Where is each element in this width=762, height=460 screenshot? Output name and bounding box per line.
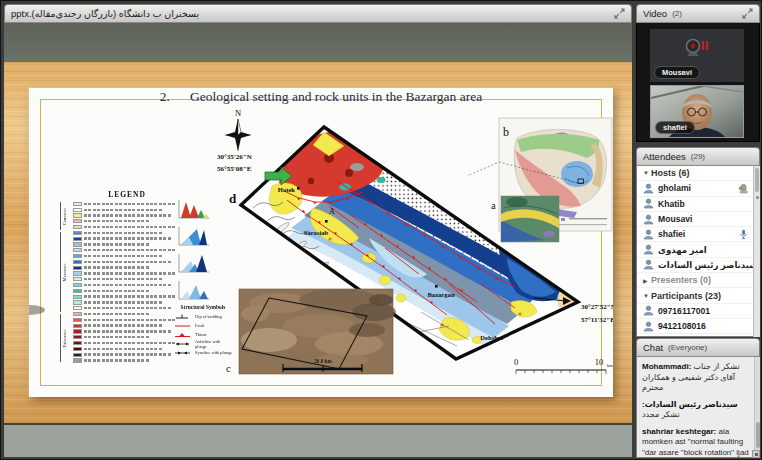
- legend-swatch: [73, 266, 82, 270]
- legend-entry-text: [84, 284, 172, 286]
- video-tile-shafiei[interactable]: shafiei: [650, 85, 744, 138]
- attendee-name: 09716117001: [658, 306, 759, 316]
- video-pod-title: Video: [643, 8, 667, 19]
- stepped-away-hand-icon: [738, 183, 749, 194]
- chat-scrollbar[interactable]: [754, 357, 760, 450]
- attendees-count: (29): [691, 152, 705, 161]
- attendee-row[interactable]: امیر مهدوی: [637, 242, 759, 257]
- attendees-pod-title: Attendees: [643, 151, 686, 162]
- attendee-row[interactable]: shafiei: [637, 227, 759, 242]
- attendee-row[interactable]: gholami: [637, 181, 759, 196]
- legend-entry-text: [84, 348, 162, 350]
- attendee-row[interactable]: Khatib: [637, 197, 759, 212]
- video-pod: Video (2) Mousavi: [636, 4, 760, 142]
- disclosure-triangle-icon[interactable]: ▼: [643, 170, 651, 176]
- slide-heading-number: 2.: [160, 89, 170, 104]
- screen: یسخنران ب دانشگاه (بازرگان رجندی‌مقاله).…: [0, 0, 762, 460]
- legend-entry-text: [84, 295, 176, 297]
- legend-swatch: [73, 254, 82, 258]
- syncline-symbol-icon: [173, 349, 193, 357]
- attendee-group-row[interactable]: ▶Presenters (0): [637, 273, 759, 288]
- legend-entry-text: [84, 342, 176, 344]
- video-tile-mousavi[interactable]: Mousavi: [650, 29, 744, 82]
- chat-author: shahriar keshtegar:: [642, 427, 716, 436]
- scale-ten: 10: [595, 357, 604, 367]
- person-icon: [643, 214, 654, 225]
- attendee-name: سیدناصر رئیس السادات: [658, 260, 759, 270]
- attendee-name: 9412108016: [658, 321, 759, 331]
- fullscreen-icon[interactable]: [742, 8, 753, 19]
- scale-unit: km: [607, 363, 613, 368]
- legend-entry-text: [84, 330, 172, 332]
- disclosure-triangle-icon[interactable]: ▼: [643, 293, 651, 299]
- legend-entry-text: [84, 266, 150, 268]
- anticline-symbol-icon: [173, 340, 193, 348]
- legend-entry-text: [84, 336, 150, 338]
- legend-swatch: [73, 260, 82, 264]
- attendee-row[interactable]: Mousavi: [637, 212, 759, 227]
- chat-author: سیدناصر رئیس السادات:: [642, 400, 738, 409]
- structural-symbols-title: Structural Symbols: [173, 304, 233, 310]
- town-bazargan: Bazargan: [427, 291, 454, 298]
- panel-label-a: a: [491, 200, 496, 211]
- dip-symbol-icon: [173, 313, 193, 321]
- attendee-name: gholami: [658, 183, 738, 193]
- legend-swatch: [73, 237, 82, 241]
- legend-entry-text: [84, 255, 162, 257]
- scrollbar-thumb[interactable]: [755, 168, 759, 192]
- video-name-pill: Mousavi: [654, 66, 700, 79]
- chat-message-area[interactable]: Mohammadi: تشکر از جناب آقای دکتر شفیعی …: [636, 357, 760, 458]
- video-pod-header[interactable]: Video (2): [636, 4, 760, 23]
- legend-rows: [73, 201, 181, 363]
- legend-swatch: [73, 202, 82, 206]
- attendee-row[interactable]: 09716117001: [637, 304, 759, 319]
- attendees-pod-header[interactable]: Attendees (29): [636, 147, 760, 166]
- share-pod-header[interactable]: یسخنران ب دانشگاه (بازرگان رجندی‌مقاله).…: [4, 4, 632, 23]
- legend-swatch: [73, 231, 82, 235]
- compass-n-label: N: [235, 108, 241, 118]
- person-icon: [643, 229, 654, 240]
- legend-entry-text: [84, 359, 150, 361]
- legend-swatch: [73, 208, 82, 212]
- legend-entry-text: [84, 220, 150, 222]
- attendees-scrollbar[interactable]: [753, 166, 760, 337]
- group-label: Hosts (6): [651, 168, 690, 178]
- person-icon: [643, 305, 654, 316]
- fullscreen-icon[interactable]: [614, 8, 625, 19]
- share-pod: یسخنران ب دانشگاه (بازرگان رجندی‌مقاله).…: [4, 4, 632, 457]
- legend-entry-text: [84, 272, 176, 274]
- slide-canvas: 2.Geological setting and rock units in t…: [29, 88, 613, 397]
- cross-section-profiles: [179, 200, 209, 299]
- era-mesozoic: Mesozoic: [60, 232, 69, 312]
- legend-entry-text: [84, 203, 176, 205]
- legend-swatch: [73, 318, 82, 322]
- scrollbar-thumb[interactable]: [756, 422, 760, 448]
- legend-swatch: [73, 295, 82, 299]
- legend-swatch: [73, 300, 82, 304]
- symbol-row: Syncline with plunge: [173, 348, 233, 357]
- legend-swatch: [73, 341, 82, 345]
- scale-zero: 0: [514, 357, 518, 367]
- chat-pod-header[interactable]: Chat (Everyone): [636, 338, 760, 357]
- attendee-row[interactable]: سیدناصر رئیس السادات: [637, 258, 759, 273]
- legend-swatch: [73, 312, 82, 316]
- symbol-row: Dip of bedding: [173, 312, 233, 321]
- era-paleozoic: Paleozoic: [60, 314, 69, 362]
- scrollbar-dot: [756, 196, 759, 199]
- attendee-row[interactable]: 9412108016: [637, 319, 759, 334]
- legend-entry-text: [84, 353, 172, 355]
- inset-map-regional: a: [491, 196, 559, 242]
- legend-swatch: [73, 335, 82, 339]
- attendee-name: امیر مهدوی: [658, 245, 759, 255]
- coord-se-1: 30°27'52"N: [581, 303, 613, 311]
- panel-label-c: c: [226, 362, 231, 374]
- attendee-name: shafiei: [658, 229, 738, 239]
- disclosure-triangle-icon[interactable]: ▶: [643, 277, 651, 284]
- chat-message: سیدناصر رئیس السادات: تشکر مجدد: [642, 400, 750, 421]
- attendee-group-row[interactable]: ▼Hosts (6): [637, 166, 759, 181]
- legend-swatch: [73, 358, 82, 362]
- resize-grip[interactable]: [752, 450, 760, 458]
- attendees-pod: Attendees (29) ▼Hosts (6)gholamiKhatibMo…: [636, 147, 760, 337]
- chat-message: shahriar keshtegar: aia momken ast "norm…: [642, 427, 750, 459]
- attendee-group-row[interactable]: ▼Participants (23): [637, 288, 759, 303]
